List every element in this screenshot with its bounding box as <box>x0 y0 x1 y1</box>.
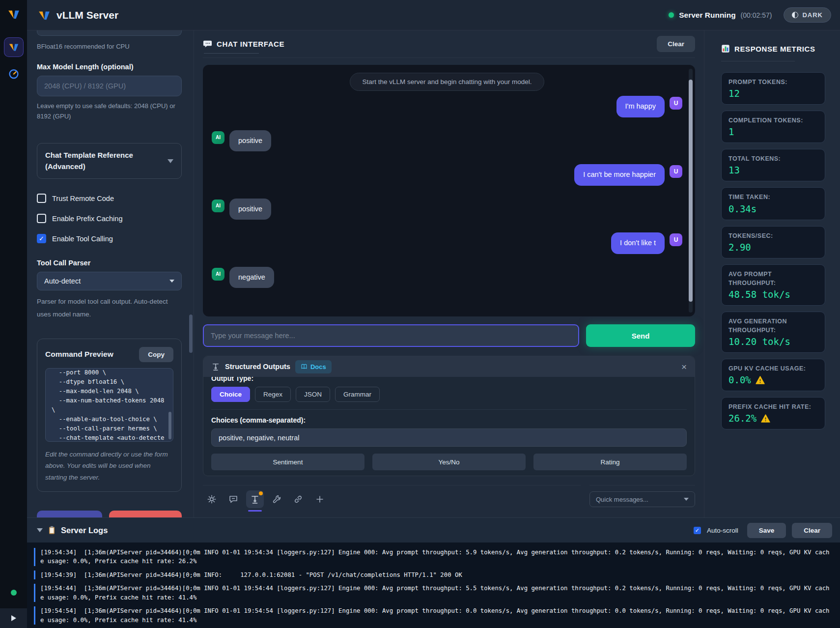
plus-icon[interactable] <box>311 490 329 508</box>
preset-rating-button[interactable]: Rating <box>533 454 687 470</box>
clipboard-icon <box>48 525 56 535</box>
server-uptime: (00:02:57) <box>741 11 772 19</box>
structured-outputs-panel: Structured Outputs Docs × Output Type: C <box>203 356 695 476</box>
config-panel: BFloat16 recommended for CPU Max Model L… <box>27 30 194 517</box>
structured-outputs-toggle-icon[interactable] <box>246 490 264 508</box>
chat-clear-button[interactable]: Clear <box>657 36 695 52</box>
docs-button[interactable]: Docs <box>295 360 332 373</box>
output-type-grammar-button[interactable]: Grammar <box>335 387 380 402</box>
wrench-icon[interactable] <box>268 490 285 508</box>
app-header: vLLM Server Server Running (00:02:57) DA… <box>27 0 840 30</box>
structured-outputs-title: Structured Outputs <box>225 363 290 371</box>
tool-call-parser-hint: Parser for model tool call output. Auto-… <box>37 295 182 320</box>
enable-tool-calling-checkbox[interactable]: ✓ Enable Tool Calling <box>37 234 182 243</box>
stop-server-button[interactable]: Stop Server <box>109 511 182 517</box>
close-icon[interactable]: × <box>681 362 687 371</box>
command-preview-editor[interactable]: --port 8000 \ --dtype bfloat16 \ --max-m… <box>45 368 173 442</box>
quick-messages-select[interactable]: Quick messages... <box>589 491 695 507</box>
theme-toggle-button[interactable]: DARK <box>784 7 831 23</box>
vllm-logo-icon <box>38 9 51 22</box>
chat-message-input[interactable] <box>203 324 579 347</box>
log-entry: [19:54:34] [1;36m(APIServer pid=34464)[0… <box>34 548 830 566</box>
bar-chart-icon <box>721 44 730 53</box>
ai-avatar: AI <box>212 131 224 144</box>
server-status-label: Server Running <box>679 11 735 20</box>
structured-outputs-icon <box>211 362 220 371</box>
chat-notice: Start the vLLM server and begin chatting… <box>350 73 544 91</box>
checkbox-unchecked-icon <box>37 214 46 223</box>
command-preview-card: Command Preview Copy --port 8000 \ --dty… <box>37 339 182 492</box>
chat-toolbar: Quick messages... <box>203 490 695 508</box>
output-type-choice-button[interactable]: Choice <box>211 387 250 402</box>
metric-card-avg-prompt-throughput: AVG PROMPT THROUGHPUT: 48.58 tok/s <box>721 264 825 306</box>
send-button[interactable]: Send <box>586 324 695 347</box>
divider <box>211 409 687 410</box>
preset-yesno-button[interactable]: Yes/No <box>372 454 526 470</box>
title-underline <box>204 53 259 54</box>
metric-card-time-taken: TIME TAKEN: 0.34s <box>721 187 825 220</box>
rail-nav-gauge-icon[interactable] <box>8 68 20 80</box>
app-title: vLLM Server <box>38 9 118 22</box>
config-scrollbar-thumb[interactable] <box>189 314 193 353</box>
command-scrollbar-thumb[interactable] <box>168 412 171 439</box>
server-logs-body: [19:54:34] [1;36m(APIServer pid=34464)[0… <box>27 542 840 628</box>
ai-message-bubble: negative <box>229 267 274 288</box>
user-message-bubble: I can't be more happier <box>574 164 665 186</box>
autoscroll-label: Auto-scroll <box>707 527 738 534</box>
enable-prefix-caching-checkbox[interactable]: Enable Prefix Caching <box>37 214 182 223</box>
logs-collapse-triangle-icon[interactable] <box>37 528 43 532</box>
link-icon[interactable] <box>289 490 307 508</box>
collapse-triangle-icon <box>168 159 173 163</box>
structured-outputs-content: Output Type: Choice Regex JSON Grammar C… <box>203 377 695 470</box>
copy-command-button[interactable]: Copy <box>139 347 173 362</box>
trust-remote-code-checkbox[interactable]: Trust Remote Code <box>37 194 182 203</box>
messages-scrollbar-thumb[interactable] <box>689 80 693 302</box>
chat-header: CHAT INTERFACE Clear <box>203 30 695 58</box>
server-logs-title: Server Logs <box>61 526 108 535</box>
metric-card-avg-generation-throughput: AVG GENERATION THROUGHPUT: 10.20 tok/s <box>721 312 825 353</box>
rail-status-dot <box>11 590 17 596</box>
logs-clear-button[interactable]: Clear <box>792 523 832 538</box>
expand-play-button[interactable] <box>0 608 27 628</box>
command-text: --port 8000 \ --dtype bfloat16 \ --max-m… <box>52 368 166 442</box>
max-model-length-input[interactable] <box>37 76 182 96</box>
logs-save-button[interactable]: Save <box>747 523 786 538</box>
log-entry: [19:54:44] [1;36m(APIServer pid=34464)[0… <box>34 584 830 602</box>
rail-nav-server-icon[interactable] <box>4 37 24 57</box>
rail-footer <box>0 590 27 628</box>
output-type-label: Output Type: <box>211 377 687 382</box>
message-row-ai: AI positive <box>212 199 682 220</box>
metric-card-total-tokens: TOTAL TOKENS: 13 <box>721 149 825 181</box>
checkbox-checked-icon: ✓ <box>37 234 46 243</box>
start-server-button[interactable]: Start Server <box>37 511 102 517</box>
choices-label: Choices (comma-separated): <box>211 416 687 424</box>
message-row-ai: AI negative <box>212 267 682 288</box>
ai-avatar: AI <box>212 268 224 281</box>
preset-sentiment-button[interactable]: Sentiment <box>211 454 364 470</box>
autoscroll-checkbox[interactable]: ✓ <box>694 527 701 534</box>
user-message-bubble: I don't like t <box>611 232 665 254</box>
metric-card-prompt-tokens: PROMPT TOKENS: 12 <box>721 72 825 105</box>
ai-avatar: AI <box>212 200 224 212</box>
response-metrics-panel: RESPONSE METRICS PROMPT TOKENS: 12 COMPL… <box>704 30 840 517</box>
metric-card-completion-tokens: COMPLETION TOKENS: 1 <box>721 111 825 143</box>
chat-template-reference-toggle[interactable]: Chat Template Reference (Advanced) <box>37 143 182 179</box>
output-type-json-button[interactable]: JSON <box>296 387 330 402</box>
warning-icon <box>756 376 765 384</box>
chevron-down-icon <box>684 498 689 501</box>
user-message-bubble: I'm happy <box>616 96 665 117</box>
choices-input[interactable] <box>211 428 687 447</box>
checkbox-unchecked-icon <box>37 194 46 203</box>
settings-gear-icon[interactable] <box>203 490 221 508</box>
chat-bubble-icon <box>203 39 212 49</box>
dtype-select-clipped[interactable] <box>37 30 182 36</box>
warning-icon <box>761 414 770 423</box>
tool-call-parser-label: Tool Call Parser <box>37 259 182 267</box>
comment-icon[interactable] <box>224 490 242 508</box>
tool-call-parser-select[interactable]: Auto-detect <box>37 272 182 290</box>
max-model-length-label: Max Model Length (optional) <box>37 63 182 71</box>
icon-rail <box>0 0 27 628</box>
rail-vllm-logo-icon <box>7 8 20 21</box>
log-entry: [19:54:54] [1;36m(APIServer pid=34464)[0… <box>34 606 830 625</box>
output-type-regex-button[interactable]: Regex <box>255 387 291 402</box>
